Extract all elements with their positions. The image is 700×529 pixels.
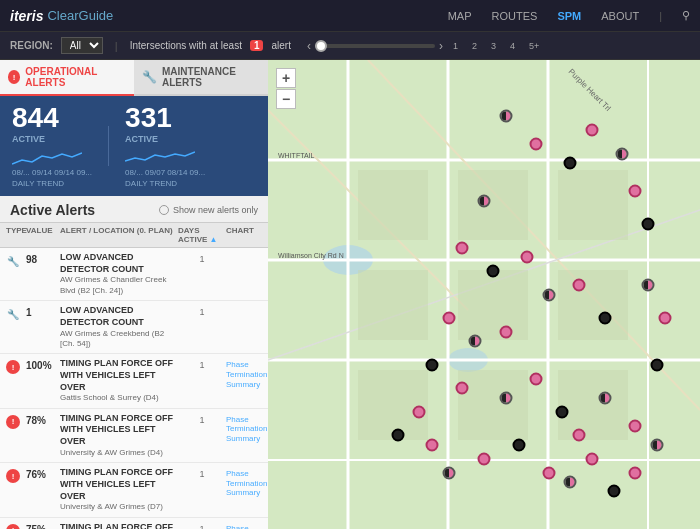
map-marker[interactable]	[573, 279, 586, 292]
slider-labels: 1 2 3 4 5+	[453, 41, 539, 51]
maintenance-icon: 🔧	[142, 70, 157, 84]
map-marker[interactable]	[629, 419, 642, 432]
map-marker[interactable]	[478, 452, 491, 465]
region-select[interactable]: All	[61, 37, 103, 54]
alert-location: AW Grimes & Chandler Creek Blvd (B2 [Ch.…	[60, 275, 178, 296]
tab-maintenance[interactable]: 🔧 MAINTENANCE ALERTS	[134, 60, 268, 96]
map-marker[interactable]	[586, 124, 599, 137]
map-marker[interactable]	[555, 405, 568, 418]
map-marker[interactable]	[598, 311, 611, 324]
alert-name: TIMING PLAN FORCE OFF WITH VEHICLES LEFT…	[60, 467, 178, 502]
header: iteris ClearGuide MAP ROUTES SPM ABOUT |…	[0, 0, 700, 32]
alert-row[interactable]: ! 100% TIMING PLAN FORCE OFF WITH VEHICL…	[0, 354, 268, 408]
map-marker[interactable]	[443, 466, 456, 479]
cell-alert: TIMING PLAN FORCE OFF WITH VEHICLES LEFT…	[60, 522, 178, 529]
nav-spm[interactable]: SPM	[557, 10, 581, 22]
map-marker[interactable]	[391, 429, 404, 442]
map-marker[interactable]	[499, 391, 512, 404]
map-marker[interactable]	[542, 288, 555, 301]
logo-iteris: iteris	[10, 8, 43, 24]
new-alerts-check[interactable]: Show new alerts only	[159, 205, 258, 215]
slider-right-arrow[interactable]: ›	[439, 39, 443, 53]
map-marker[interactable]	[542, 466, 555, 479]
map-marker[interactable]	[478, 194, 491, 207]
cell-days: 1	[178, 522, 226, 529]
cell-chart	[226, 305, 262, 307]
tab-operational[interactable]: ! OPERATIONAL ALERTS	[0, 60, 134, 96]
zoom-out-button[interactable]: −	[276, 89, 296, 109]
svg-text:WHITFTAIL: WHITFTAIL	[278, 152, 315, 159]
map-marker[interactable]	[499, 110, 512, 123]
nav-routes[interactable]: ROUTES	[492, 10, 538, 22]
cell-days: 1	[178, 305, 226, 317]
map-marker[interactable]	[486, 265, 499, 278]
map-marker[interactable]	[469, 335, 482, 348]
cell-value: 98	[26, 252, 60, 265]
cell-chart[interactable]: Phase Termination Summary	[226, 358, 262, 389]
stat-block-primary: 844 ACTIVE 08/... 09/14 09/14 09... DAIL…	[12, 104, 92, 188]
cell-chart[interactable]: Phase Termination Summary	[226, 413, 262, 444]
alert-row[interactable]: ! 76% TIMING PLAN FORCE OFF WITH VEHICLE…	[0, 463, 268, 517]
nav-about[interactable]: ABOUT	[601, 10, 639, 22]
slider-label-5: 5+	[529, 41, 539, 51]
alert-row[interactable]: 🔧 98 LOW ADVANCED DETECTOR COUNT AW Grim…	[0, 248, 268, 301]
map-marker[interactable]	[586, 452, 599, 465]
cell-chart[interactable]: Phase Termination Summary	[226, 467, 262, 498]
alert-row[interactable]: ! 75% TIMING PLAN FORCE OFF WITH VEHICLE…	[0, 518, 268, 529]
map-marker[interactable]	[642, 218, 655, 231]
th-alert: ALERT / LOCATION (0. PLAN)	[60, 226, 178, 244]
map-marker[interactable]	[616, 147, 629, 160]
map-marker[interactable]	[564, 157, 577, 170]
map-marker[interactable]	[499, 326, 512, 339]
map-marker[interactable]	[650, 438, 663, 451]
map-marker[interactable]	[529, 138, 542, 151]
map-marker[interactable]	[607, 485, 620, 498]
cell-type: 🔧	[6, 305, 26, 321]
alerts-list: 🔧 98 LOW ADVANCED DETECTOR COUNT AW Grim…	[0, 248, 268, 529]
main: ! OPERATIONAL ALERTS 🔧 MAINTENANCE ALERT…	[0, 60, 700, 529]
slider-label-1: 1	[453, 41, 458, 51]
map-marker[interactable]	[521, 250, 534, 263]
map-marker[interactable]	[529, 372, 542, 385]
svg-rect-14	[358, 170, 428, 240]
map-marker[interactable]	[512, 438, 525, 451]
alert-row[interactable]: 🔧 1 LOW ADVANCED DETECTOR COUNT AW Grime…	[0, 301, 268, 354]
cell-value: 100%	[26, 358, 60, 371]
map-marker[interactable]	[426, 358, 439, 371]
secondary-trend-label: DAILY TREND	[125, 179, 205, 188]
map-marker[interactable]	[642, 279, 655, 292]
map-marker[interactable]	[659, 311, 672, 324]
alert-location: University & AW Grimes (D7)	[60, 502, 178, 512]
map-marker[interactable]	[413, 405, 426, 418]
zoom-in-button[interactable]: +	[276, 68, 296, 88]
trend-chart-primary	[12, 146, 82, 166]
alert-row[interactable]: ! 78% TIMING PLAN FORCE OFF WITH VEHICLE…	[0, 409, 268, 463]
map-marker[interactable]	[598, 391, 611, 404]
map-marker[interactable]	[629, 466, 642, 479]
cell-chart[interactable]: Phase Termination Summary	[226, 522, 262, 529]
map-marker[interactable]	[564, 476, 577, 489]
map-area[interactable]: Purple Heart Trl WHITFTAIL Williamson Ci…	[268, 60, 700, 529]
new-alerts-radio[interactable]	[159, 205, 169, 215]
map-marker[interactable]	[456, 241, 469, 254]
cell-value: 75%	[26, 522, 60, 529]
stat-divider	[108, 126, 109, 166]
separator: |	[115, 40, 118, 52]
th-value: VALUE	[26, 226, 60, 244]
map-marker[interactable]	[443, 311, 456, 324]
map-marker[interactable]	[426, 438, 439, 451]
map-marker[interactable]	[629, 185, 642, 198]
nav-map[interactable]: MAP	[448, 10, 472, 22]
nav-ch[interactable]: ⚲	[682, 9, 690, 22]
region-label: REGION:	[10, 40, 53, 51]
secondary-dates: 08/... 09/07 08/14 09...	[125, 168, 205, 177]
cell-alert: LOW ADVANCED DETECTOR COUNT AW Grimes & …	[60, 252, 178, 296]
tab-maintenance-label: MAINTENANCE ALERTS	[162, 66, 260, 88]
map-marker[interactable]	[650, 358, 663, 371]
th-days[interactable]: DAYS ACTIVE ▲	[178, 226, 226, 244]
slider-thumb	[315, 40, 327, 52]
map-marker[interactable]	[573, 429, 586, 442]
slider-left-arrow[interactable]: ‹	[307, 39, 311, 53]
map-marker[interactable]	[456, 382, 469, 395]
slider-track[interactable]	[315, 44, 435, 48]
